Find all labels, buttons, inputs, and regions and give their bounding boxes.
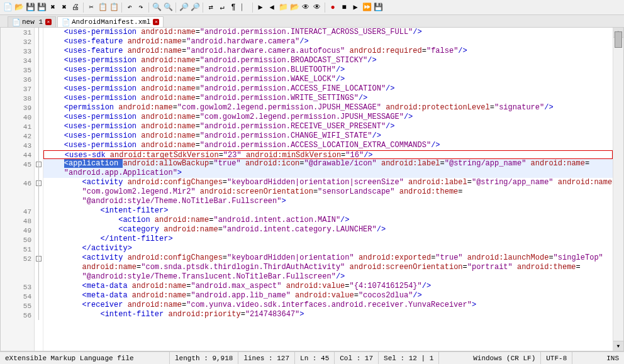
- open-icon[interactable]: 📂: [14, 3, 24, 13]
- code-line[interactable]: <uses-feature android:name="android.hard…: [43, 37, 613, 47]
- code-line[interactable]: <uses-permission android:name="com.gowlo…: [43, 113, 613, 122]
- line-number: [1, 273, 34, 282]
- record-icon[interactable]: ●: [328, 3, 338, 13]
- close-all-icon[interactable]: ✖: [59, 3, 69, 13]
- stop-icon[interactable]: ■: [339, 3, 349, 13]
- code-line[interactable]: <receiver android:name="com.yunva.video.…: [43, 301, 613, 310]
- replace-icon[interactable]: 🔍: [163, 3, 173, 13]
- show-all-icon[interactable]: ¶: [228, 3, 238, 13]
- line-number: 45: [1, 160, 34, 169]
- status-encoding: UTF-8: [541, 352, 572, 364]
- code-line[interactable]: "@android:style/Theme.NoTitleBar.Fullscr…: [43, 197, 613, 206]
- fold-marker: [35, 235, 43, 245]
- fold-marker: [35, 84, 43, 94]
- save-macro-icon[interactable]: 💾: [373, 3, 383, 13]
- code-line[interactable]: <uses-permission android:name="android.p…: [43, 28, 613, 37]
- fold-marker: [35, 56, 43, 65]
- line-number: 47: [1, 207, 34, 216]
- new-file-icon[interactable]: 📄: [3, 3, 13, 13]
- file-icon: 📄: [62, 18, 69, 26]
- line-number: 38: [1, 94, 34, 103]
- code-line[interactable]: </activity>: [43, 244, 613, 253]
- code-line[interactable]: <uses-sdk android:targetSdkVersion="23" …: [43, 150, 613, 159]
- code-line[interactable]: <intent-filter android:priority="2147483…: [43, 310, 613, 319]
- code-line[interactable]: "com.gowlom2.legend.Mir2" android:screen…: [43, 187, 613, 197]
- print-icon[interactable]: 🖨: [70, 3, 81, 13]
- line-number: 41: [1, 122, 34, 131]
- play-icon[interactable]: ▶: [350, 3, 360, 13]
- scroll-thumb[interactable]: [615, 31, 622, 48]
- code-line[interactable]: <uses-feature android:name="android.hard…: [43, 47, 613, 56]
- line-number: 55: [1, 301, 34, 311]
- save-icon[interactable]: 💾: [25, 3, 35, 13]
- indent-icon[interactable]: ▶: [255, 3, 265, 13]
- zoom-in-icon[interactable]: 🔎: [179, 3, 189, 13]
- code-line[interactable]: <intent-filter>: [43, 206, 613, 216]
- tab-androidmanifest[interactable]: 📄 AndroidManifest.xml ×: [57, 16, 164, 27]
- fold-marker: [35, 273, 43, 282]
- cut-icon[interactable]: ✂: [86, 3, 96, 13]
- tab-close-icon[interactable]: ×: [45, 19, 52, 25]
- code-line[interactable]: <uses-permission android:name="android.p…: [43, 84, 613, 94]
- code-line[interactable]: <meta-data android:name="android.app.lib…: [43, 291, 613, 301]
- save-all-icon[interactable]: 💾: [36, 3, 47, 13]
- fold-marker: [35, 131, 43, 141]
- line-number: 34: [1, 56, 34, 65]
- code-line[interactable]: "@android:style/Theme.Translucent.NoTitl…: [43, 272, 613, 282]
- code-line[interactable]: <application android:allowBackup="true" …: [43, 159, 613, 168]
- tab-close-icon[interactable]: ×: [153, 19, 159, 25]
- code-line[interactable]: <permission android:name="com.gowlom2.le…: [43, 103, 613, 113]
- code-line[interactable]: <activity android:configChanges="keyboar…: [43, 178, 613, 187]
- sync-icon[interactable]: ⇄: [206, 3, 216, 13]
- find-icon[interactable]: 🔍: [152, 3, 162, 13]
- code-line[interactable]: <uses-permission android:name="android.p…: [43, 94, 613, 103]
- code-line[interactable]: <uses-permission android:name="android.p…: [43, 122, 613, 131]
- fold-icon[interactable]: 📁: [278, 3, 288, 13]
- line-number-gutter: 3132333435363738394041424344454647484950…: [1, 28, 35, 351]
- line-number: 37: [1, 84, 34, 94]
- hide-icon[interactable]: 👁: [301, 3, 311, 13]
- line-number: 33: [1, 47, 34, 56]
- code-line[interactable]: <uses-permission android:name="android.p…: [43, 131, 613, 141]
- code-line[interactable]: "android.app.Application">: [43, 168, 613, 178]
- outdent-icon[interactable]: ◀: [267, 3, 277, 13]
- eye-icon[interactable]: 👁: [312, 3, 322, 13]
- paste-icon[interactable]: 📋: [109, 3, 119, 13]
- copy-icon[interactable]: 📋: [98, 3, 108, 13]
- fold-marker: [35, 37, 43, 47]
- code-line[interactable]: <activity android:configChanges="keyboar…: [43, 253, 613, 263]
- indent-guide-icon[interactable]: ⎸: [240, 3, 250, 13]
- vertical-scrollbar[interactable]: ▲ ▼: [613, 28, 623, 351]
- tab-new-1[interactable]: 📄 new 1 ×: [8, 16, 56, 27]
- line-number: 52: [1, 254, 34, 263]
- code-line[interactable]: android:name="com.snda.ptsdk.thirdlogin.…: [43, 263, 613, 272]
- zoom-out-icon[interactable]: 🔎: [190, 3, 200, 13]
- fold-marker: [35, 207, 43, 216]
- scroll-down-icon[interactable]: ▼: [613, 341, 623, 351]
- fold-marker: [35, 141, 43, 150]
- code-line[interactable]: <meta-data android:name="android.max_asp…: [43, 282, 613, 291]
- status-insert-mode: INS: [601, 352, 624, 364]
- wrap-icon[interactable]: ↵: [217, 3, 227, 13]
- redo-icon[interactable]: ↷: [136, 3, 146, 13]
- code-line[interactable]: <uses-permission android:name="android.p…: [43, 75, 613, 84]
- fold-marker: [35, 292, 43, 301]
- fast-forward-icon[interactable]: ⏩: [362, 3, 372, 13]
- code-line[interactable]: <uses-permission android:name="android.p…: [43, 65, 613, 75]
- unfold-icon[interactable]: 📂: [289, 3, 299, 13]
- code-area[interactable]: <uses-permission android:name="android.p…: [43, 28, 613, 351]
- line-number: 51: [1, 245, 34, 254]
- line-number: [1, 188, 34, 197]
- line-number: 50: [1, 235, 34, 245]
- code-line[interactable]: <action android:name="android.intent.act…: [43, 216, 613, 225]
- code-line[interactable]: <uses-permission android:name="android.p…: [43, 141, 613, 150]
- fold-marker: [35, 282, 43, 292]
- undo-icon[interactable]: ↶: [125, 3, 135, 13]
- line-number: [1, 169, 34, 179]
- code-line[interactable]: <uses-permission android:name="android.p…: [43, 56, 613, 65]
- fold-column: ---: [35, 28, 43, 351]
- code-line[interactable]: <category android:name="android.intent.c…: [43, 225, 613, 234]
- close-icon[interactable]: ✖: [48, 3, 58, 13]
- line-number: [1, 197, 34, 207]
- code-line[interactable]: </intent-filter>: [43, 234, 613, 244]
